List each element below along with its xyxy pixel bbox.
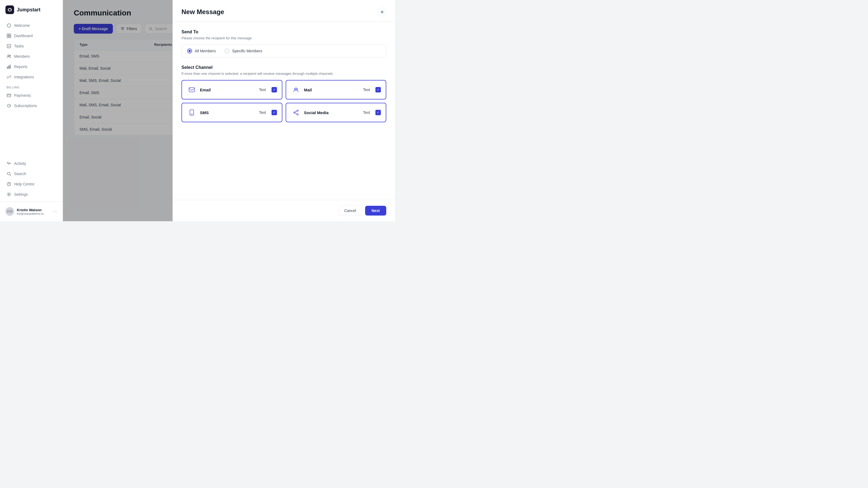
select-channel-title: Select Channel	[182, 65, 386, 70]
email-channel-label: Email	[200, 88, 256, 92]
svg-point-29	[293, 112, 295, 113]
radio-circle-all	[187, 48, 192, 54]
send-to-desc: Please choose the recipient for this mes…	[182, 36, 386, 40]
svg-point-2	[7, 24, 11, 27]
sidebar-item-help[interactable]: Help Centre	[3, 179, 59, 189]
svg-rect-4	[9, 34, 11, 35]
email-checkbox[interactable]: ✓	[272, 87, 277, 93]
svg-point-25	[297, 89, 298, 90]
svg-point-24	[294, 89, 295, 90]
sidebar-item-members[interactable]: Members	[3, 52, 59, 61]
svg-line-32	[295, 113, 297, 114]
svg-rect-6	[9, 36, 11, 38]
svg-point-19	[8, 194, 10, 195]
svg-rect-10	[7, 67, 8, 68]
svg-point-8	[8, 55, 9, 56]
select-channel-section: Select Channel If more than one channel …	[182, 65, 386, 122]
user-email: kw@saaspatterns.io	[17, 212, 50, 215]
sms-checkbox[interactable]: ✓	[272, 110, 277, 115]
sidebar-item-reports[interactable]: Reports	[3, 62, 59, 72]
sidebar-item-activity[interactable]: Activity	[3, 159, 59, 168]
sms-channel-icon	[187, 108, 197, 118]
svg-rect-3	[7, 34, 9, 35]
sms-text-label: Text	[259, 110, 266, 115]
sidebar-item-search[interactable]: Search	[3, 169, 59, 178]
svg-point-23	[295, 88, 297, 90]
svg-rect-5	[7, 36, 9, 38]
sidebar-nav: Welcome Dashboard Tasks Members Reports	[0, 19, 63, 201]
radio-circle-specific	[225, 48, 229, 54]
help-circle-icon	[6, 182, 11, 187]
mail-channel-icon	[291, 85, 301, 95]
channel-card-social[interactable]: Social Media Text ✓	[286, 103, 386, 122]
modal-body: Send To Please choose the recipient for …	[173, 22, 395, 200]
svg-rect-22	[189, 88, 194, 92]
email-channel-icon	[187, 85, 197, 95]
bar-chart-icon	[6, 64, 11, 69]
sidebar-item-dashboard[interactable]: Dashboard	[3, 31, 59, 41]
credit-card-icon	[6, 93, 11, 98]
social-checkbox[interactable]: ✓	[375, 110, 381, 115]
billing-section-label: BILLING	[3, 83, 59, 90]
main-content: Communication + Draft Message Filters Se…	[63, 0, 395, 221]
svg-line-31	[295, 111, 297, 112]
svg-point-9	[9, 55, 10, 56]
radio-all-members[interactable]: All Members	[187, 48, 216, 54]
modal-overlay: New Message ✕ Send To Please choose the …	[63, 0, 395, 221]
more-options-icon[interactable]: ⋯	[53, 209, 57, 214]
send-to-title: Send To	[182, 30, 386, 34]
check-square-icon	[6, 44, 11, 48]
cancel-button[interactable]: Cancel	[339, 205, 362, 216]
svg-rect-26	[190, 110, 194, 115]
sidebar-user-area: KW Kristin Watson kw@saaspatterns.io ⋯	[0, 201, 63, 221]
sidebar-item-subscriptions[interactable]: Subscriptions	[3, 101, 59, 110]
user-profile-row[interactable]: KW Kristin Watson kw@saaspatterns.io ⋯	[3, 205, 59, 218]
sidebar-item-welcome[interactable]: Welcome	[3, 21, 59, 30]
svg-rect-12	[10, 65, 10, 68]
circle-icon	[6, 23, 11, 28]
search-icon	[6, 171, 11, 176]
mail-channel-label: Mail	[304, 88, 360, 92]
user-name: Kristin Watson	[17, 208, 50, 212]
svg-rect-7	[7, 44, 11, 48]
email-text-label: Text	[259, 88, 266, 92]
activity-icon	[6, 161, 11, 166]
new-message-modal: New Message ✕ Send To Please choose the …	[173, 0, 395, 221]
link-icon	[6, 74, 11, 79]
channel-grid: Email Text ✓ Mail Text ✓	[182, 80, 386, 122]
radio-specific-members[interactable]: Specific Members	[225, 48, 262, 54]
next-button[interactable]: Next	[365, 206, 386, 216]
sidebar-item-tasks[interactable]: Tasks	[3, 41, 59, 51]
sidebar-item-integrations[interactable]: Integrations	[3, 72, 59, 82]
grid-icon	[6, 33, 11, 38]
recipient-radio-group: All Members Specific Members	[182, 44, 386, 58]
select-channel-desc: If more than one channel is selected, a …	[182, 72, 386, 76]
refresh-icon	[6, 103, 11, 108]
social-channel-icon	[291, 108, 301, 118]
settings-icon	[6, 192, 11, 197]
sms-channel-label: SMS	[200, 110, 256, 115]
modal-header: New Message ✕	[173, 0, 395, 22]
svg-line-16	[10, 174, 11, 176]
svg-rect-13	[7, 94, 11, 97]
sidebar-item-payments[interactable]: Payments	[3, 91, 59, 100]
svg-rect-11	[8, 66, 9, 68]
app-name: Jumpstart	[17, 7, 40, 13]
svg-point-30	[297, 114, 298, 115]
sidebar: Jumpstart Welcome Dashboard Tasks Mem	[0, 0, 63, 221]
avatar: KW	[5, 207, 14, 216]
social-channel-label: Social Media	[304, 110, 360, 115]
channel-card-mail[interactable]: Mail Text ✓	[286, 80, 386, 99]
mail-text-label: Text	[363, 88, 370, 92]
modal-footer: Cancel Next	[173, 200, 395, 221]
social-text-label: Text	[363, 110, 370, 115]
close-button[interactable]: ✕	[378, 8, 386, 16]
mail-checkbox[interactable]: ✓	[375, 87, 381, 93]
sidebar-item-settings[interactable]: Settings	[3, 190, 59, 199]
modal-title: New Message	[182, 8, 224, 16]
send-to-section: Send To Please choose the recipient for …	[182, 30, 386, 58]
channel-card-email[interactable]: Email Text ✓	[182, 80, 282, 99]
user-info: Kristin Watson kw@saaspatterns.io	[17, 208, 50, 215]
channel-card-sms[interactable]: SMS Text ✓	[182, 103, 282, 122]
logo-area: Jumpstart	[0, 0, 63, 19]
